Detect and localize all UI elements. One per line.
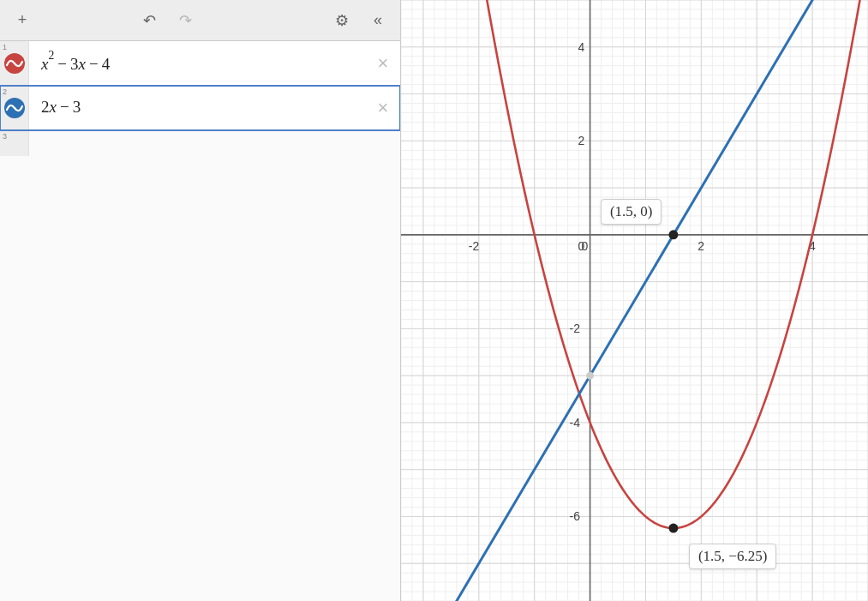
add-expression-button[interactable]: + <box>7 5 38 36</box>
settings-button[interactable]: ⚙ <box>326 5 357 36</box>
plotted-point[interactable] <box>668 524 678 533</box>
undo-button[interactable]: ↶ <box>134 5 165 36</box>
expression-row[interactable]: 1x2−3x−4× <box>0 41 400 86</box>
redo-button[interactable]: ↷ <box>170 5 201 36</box>
expression-color-icon[interactable] <box>4 53 25 74</box>
expression-input[interactable]: x2−3x−4 <box>29 41 366 85</box>
expression-index: 1 <box>0 43 7 51</box>
y-tick-label: 2 <box>578 134 585 147</box>
plotted-point[interactable] <box>668 230 678 239</box>
delete-expression-button[interactable]: × <box>366 41 400 85</box>
expression-index: 2 <box>0 87 7 96</box>
y-tick-label: -2 <box>570 322 581 335</box>
intersection-point[interactable] <box>586 372 594 380</box>
point-label: (1.5, −6.25) <box>689 544 776 569</box>
delete-expression-button[interactable]: × <box>366 86 400 129</box>
expression-index: 3 <box>0 132 7 141</box>
point-label: (1.5, 0) <box>601 199 662 225</box>
collapse-panel-button[interactable]: « <box>362 5 393 36</box>
toolbar: + ↶ ↷ ⚙ « <box>0 0 400 41</box>
expression-input[interactable]: 2x−3 <box>29 86 366 129</box>
y-tick-label: -6 <box>570 509 581 523</box>
x-tick-label: -2 <box>469 239 480 253</box>
x-tick-label: 2 <box>697 239 704 253</box>
origin-label: 0 <box>578 239 585 253</box>
expression-icon-cell[interactable]: 1 <box>0 41 29 85</box>
expression-panel: + ↶ ↷ ⚙ « 1x2−3x−4×22x−3×3 <box>0 0 401 601</box>
expression-color-icon[interactable] <box>4 98 25 118</box>
expression-list: 1x2−3x−4×22x−3×3 <box>0 41 400 601</box>
graph-panel[interactable]: -2024-6-4-2240 (1.5, 0)(1.5, −6.25) <box>401 0 868 601</box>
graph-canvas[interactable]: -2024-6-4-2240 <box>401 0 868 601</box>
expression-row[interactable]: 22x−3× <box>0 86 400 130</box>
y-tick-label: 4 <box>578 40 585 54</box>
expression-row-empty[interactable]: 3 <box>0 130 400 156</box>
expression-icon-cell[interactable]: 2 <box>0 86 29 129</box>
y-tick-label: -4 <box>570 416 581 430</box>
